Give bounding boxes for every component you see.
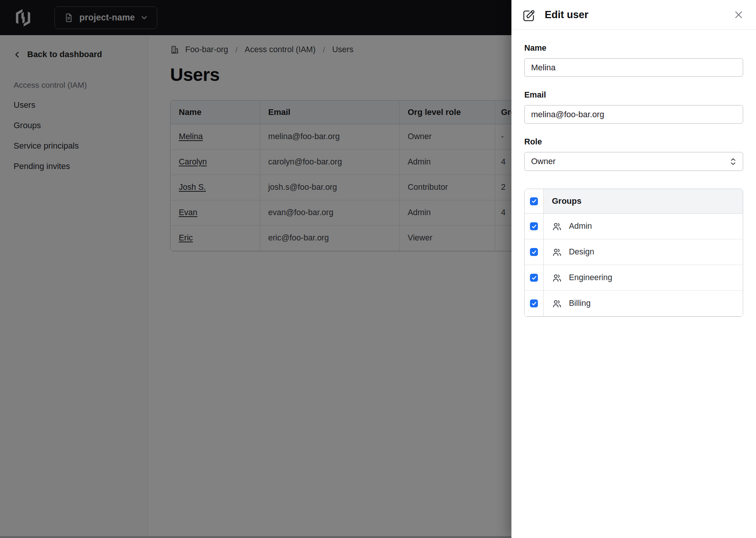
group-option-label: Design — [569, 247, 594, 257]
groups-picker: Groups — [524, 189, 743, 317]
email-field-group: Email — [524, 90, 743, 124]
users-group-icon — [552, 247, 562, 257]
edit-user-drawer: Edit user Name Email Role Owner — [511, 0, 756, 538]
users-group-icon — [552, 273, 562, 283]
name-field-label: Name — [524, 43, 743, 53]
group-checkbox[interactable] — [530, 299, 538, 307]
close-icon[interactable] — [732, 8, 745, 22]
name-field-group: Name — [524, 43, 743, 77]
role-field-label: Role — [524, 137, 743, 147]
select-stepper-icon — [730, 157, 736, 166]
group-option-label: Engineering — [569, 273, 612, 282]
group-option-row[interactable]: Admin — [525, 214, 743, 239]
group-checkbox[interactable] — [530, 248, 538, 256]
role-select[interactable]: Owner — [524, 152, 743, 171]
users-group-icon — [552, 299, 562, 309]
group-checkbox[interactable] — [530, 222, 538, 230]
email-field[interactable] — [524, 105, 743, 124]
users-group-icon — [552, 222, 562, 231]
group-option-label: Admin — [569, 222, 592, 231]
drawer-title: Edit user — [545, 9, 723, 21]
group-option-label: Billing — [569, 299, 590, 308]
group-option-row[interactable]: Engineering — [525, 265, 743, 291]
group-checkbox[interactable] — [530, 274, 538, 282]
role-select-value: Owner — [531, 157, 730, 166]
email-field-label: Email — [524, 90, 743, 100]
drawer-header: Edit user — [511, 0, 756, 30]
group-option-row[interactable]: Design — [525, 239, 743, 265]
name-field[interactable] — [524, 58, 743, 77]
group-option-row[interactable]: Billing — [525, 291, 743, 316]
select-all-groups-checkbox[interactable] — [530, 197, 538, 205]
groups-picker-header-label: Groups — [552, 196, 581, 206]
groups-picker-header-row: Groups — [525, 189, 743, 214]
drawer-body: Name Email Role Owner — [511, 30, 756, 317]
edit-icon — [522, 8, 536, 22]
app-root: project-name Back to dashboard Access co… — [0, 0, 756, 538]
role-field-group: Role Owner — [524, 137, 743, 171]
